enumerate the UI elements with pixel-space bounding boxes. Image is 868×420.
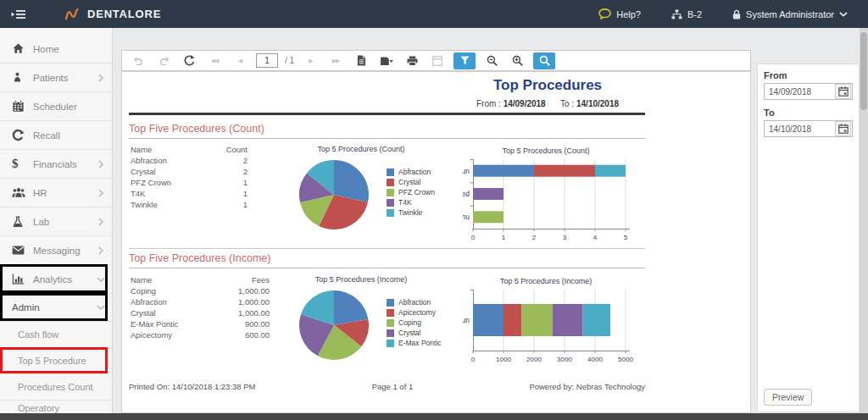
sidebar-item-cash-flow[interactable]: Cash flow bbox=[0, 322, 112, 348]
export-file-button[interactable] bbox=[352, 52, 370, 69]
first-page-button[interactable]: ◀◀ bbox=[205, 52, 224, 69]
sidebar-item-admin[interactable]: Admin bbox=[0, 294, 112, 322]
sidebar-item-financials[interactable]: $Financials bbox=[0, 150, 112, 179]
page-number-input[interactable] bbox=[256, 53, 278, 68]
svg-text:3000: 3000 bbox=[557, 356, 572, 363]
sidebar-item-operatory-production[interactable]: Operatory Production bbox=[0, 401, 112, 413]
sidebar-item-lab[interactable]: Lab bbox=[0, 207, 112, 236]
print-button[interactable] bbox=[403, 52, 421, 69]
chevron-down-icon bbox=[839, 12, 848, 17]
chart-title: Top 5 Procedures (Income) bbox=[463, 277, 629, 287]
sidebar-item-analytics[interactable]: Analytics bbox=[0, 265, 112, 294]
help-button[interactable]: Help? bbox=[598, 8, 641, 19]
table-row: T4K1 bbox=[131, 188, 248, 199]
legend-label: PFZ Crown bbox=[398, 188, 435, 196]
scrollbar-thumb[interactable] bbox=[860, 32, 867, 110]
legend-item: Abfraction bbox=[387, 297, 442, 307]
svg-text:3: 3 bbox=[563, 234, 567, 241]
to-date-input[interactable] bbox=[765, 124, 835, 134]
legend-label: Coping bbox=[398, 318, 421, 327]
svg-text:Sun: Sun bbox=[463, 167, 470, 175]
svg-text:4000: 4000 bbox=[587, 356, 603, 363]
sidebar-item-label: Financials bbox=[33, 159, 98, 169]
topbar: DENTALORE Help? B-2 System Administrator bbox=[0, 0, 868, 28]
legend-swatch bbox=[387, 209, 394, 217]
cell-name: Crystal bbox=[131, 166, 212, 177]
hr-icon bbox=[12, 187, 33, 198]
scheduler-icon bbox=[12, 100, 33, 113]
income-bar-chart: Top 5 Procedures (Income) 01000200030004… bbox=[463, 277, 641, 371]
sidebar-item-label: Scheduler bbox=[33, 102, 103, 112]
filter-button[interactable] bbox=[453, 52, 476, 69]
vertical-scrollbar[interactable] bbox=[860, 28, 868, 413]
undo-button[interactable] bbox=[129, 52, 147, 69]
table-row: Abfraction1,000.00 bbox=[131, 296, 270, 307]
next-page-button[interactable]: ▶ bbox=[301, 52, 320, 69]
sidebar-nav: HomePatientsSchedulerRecall$FinancialsHR… bbox=[0, 28, 113, 413]
svg-text:Sun: Sun bbox=[463, 316, 470, 324]
sidebar-item-label: Admin bbox=[12, 302, 98, 312]
header-rule bbox=[129, 113, 645, 115]
cell-name: E-Max Pontic bbox=[131, 318, 215, 329]
income-pie-legend: AbfractionApicectomyCopingCrystalE-Max P… bbox=[387, 297, 442, 348]
calendar-icon[interactable] bbox=[835, 121, 851, 136]
table-row: Twinkle1 bbox=[131, 199, 248, 210]
cell-value: Count bbox=[212, 144, 248, 155]
sidebar-item-messaging[interactable]: Messaging bbox=[0, 236, 112, 265]
home-icon bbox=[12, 42, 33, 55]
cell-value: 1,000.00 bbox=[215, 285, 270, 296]
report-title: Top Procedures bbox=[420, 77, 675, 94]
prev-page-button[interactable]: ◀ bbox=[231, 52, 249, 69]
from-date-input[interactable] bbox=[765, 87, 835, 97]
legend-swatch bbox=[387, 340, 394, 347]
print-layout-button[interactable] bbox=[428, 52, 447, 69]
sidebar-collapse-button[interactable] bbox=[11, 9, 26, 19]
chevron-right-icon bbox=[98, 160, 103, 169]
search-button[interactable] bbox=[533, 52, 555, 69]
income-table: NameFeesCoping1,000.00Abfraction1,000.00… bbox=[131, 274, 270, 340]
from-value: 14/09/2018 bbox=[504, 99, 546, 108]
calendar-icon[interactable] bbox=[835, 84, 851, 99]
legend-item: E-Max Pontic bbox=[387, 338, 442, 348]
svg-text:2: 2 bbox=[532, 234, 537, 241]
cell-value: 600.00 bbox=[215, 329, 270, 340]
zoom-in-button[interactable] bbox=[508, 52, 526, 69]
user-menu[interactable]: System Administrator bbox=[732, 9, 848, 19]
help-label: Help? bbox=[616, 9, 641, 19]
legend-swatch bbox=[387, 199, 394, 207]
sidebar-item-label: HR bbox=[33, 188, 98, 198]
printed-on: Printed On: 14/10/2018 1:23:38 PM bbox=[129, 382, 255, 391]
count-pie bbox=[298, 159, 370, 230]
sidebar-item-procedures-count[interactable]: Procedures Count bbox=[0, 374, 112, 401]
last-page-button[interactable]: ▶▶ bbox=[326, 52, 345, 69]
cell-name: Name bbox=[131, 274, 215, 285]
legend-item: PFZ Crown bbox=[387, 187, 435, 197]
legend-swatch bbox=[387, 169, 394, 176]
cell-name: Crystal bbox=[131, 307, 215, 318]
table-row: E-Max Pontic900.00 bbox=[131, 318, 270, 329]
sidebar-item-recall[interactable]: Recall bbox=[0, 121, 112, 150]
from-date-field bbox=[764, 83, 853, 100]
sidebar-item-top-5-procedure[interactable]: Top 5 Procedure bbox=[0, 348, 112, 374]
report-date-range: From : 14/09/2018 To : 14/10/2018 bbox=[420, 99, 675, 108]
sidebar-item-patients[interactable]: Patients bbox=[0, 64, 112, 92]
sidebar-item-scheduler[interactable]: Scheduler bbox=[0, 92, 112, 121]
page-total-label: / 1 bbox=[285, 56, 294, 65]
sidebar-item-label: Cash flow bbox=[18, 329, 103, 340]
chevron-down-icon bbox=[97, 305, 105, 310]
export-menu-button[interactable] bbox=[377, 52, 396, 69]
table-row: PFZ Crown1 bbox=[131, 177, 248, 188]
zoom-out-button[interactable] bbox=[482, 52, 501, 69]
svg-text:Thu: Thu bbox=[463, 213, 470, 221]
redo-button[interactable] bbox=[154, 52, 173, 69]
sidebar-item-hr[interactable]: HR bbox=[0, 179, 112, 207]
preview-button[interactable]: Preview bbox=[764, 389, 812, 406]
table-row: Crystal1,000.00 bbox=[131, 307, 270, 318]
refresh-button[interactable] bbox=[180, 52, 198, 69]
branch-selector[interactable]: B-2 bbox=[671, 9, 702, 19]
cell-value: 2 bbox=[212, 155, 248, 166]
legend-label: Abfraction bbox=[398, 168, 431, 176]
sidebar-item-home[interactable]: Home bbox=[0, 35, 112, 64]
sidebar-item-label: Operatory Production bbox=[18, 403, 103, 413]
sidebar-item-label: Procedures Count bbox=[18, 382, 103, 392]
